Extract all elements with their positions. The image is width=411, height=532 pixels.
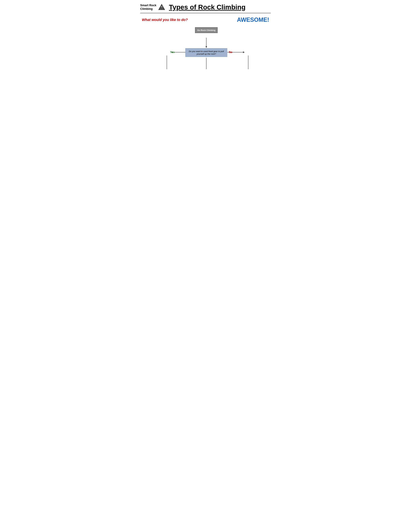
subtitle-row: What would you like to do? AWESOME! xyxy=(140,17,271,23)
q1-node: Do you want to used fixed gear to pull y… xyxy=(185,48,227,57)
page-title: Types of Rock Climbing xyxy=(169,3,271,11)
yes1-label: Yes xyxy=(170,51,175,54)
logo-area: Smart Rock Climbing xyxy=(140,3,166,11)
awesome-text: AWESOME! xyxy=(237,17,269,23)
logo-text: Smart Rock Climbing xyxy=(140,4,156,11)
what-question: What would you like to do? xyxy=(142,18,188,22)
logo-icon xyxy=(158,3,166,11)
header: Smart Rock Climbing Types of Rock Climbi… xyxy=(140,3,271,13)
go-rock-climbing-node: Go Rock Climbing xyxy=(195,27,218,33)
no1-label: No xyxy=(229,51,232,54)
